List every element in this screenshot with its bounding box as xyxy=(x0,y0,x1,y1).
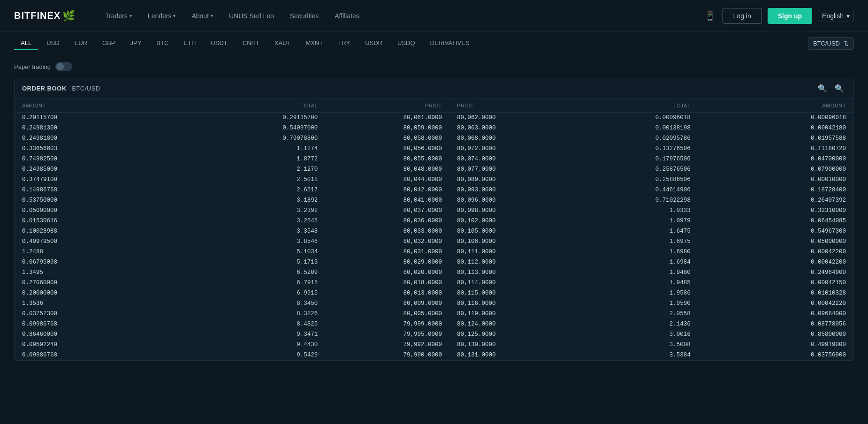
bid-amount-cell: 0.49979500 xyxy=(15,236,201,247)
ask-price-cell: 80,093.0000 xyxy=(449,185,574,195)
table-row[interactable]: 0.24981300 0.54097000 80,059.0000 80,063… xyxy=(15,123,853,133)
table-row[interactable]: 0.06795098 5.1713 80,029.0000 80,112.000… xyxy=(15,257,853,267)
tab-xaut[interactable]: XAUT xyxy=(268,37,297,50)
bid-total-cell: 9.5429 xyxy=(201,350,325,360)
ask-total-cell: 2.1436 xyxy=(574,319,698,329)
bid-amount-cell: 0.33656603 xyxy=(15,144,201,154)
table-row[interactable]: 0.24985000 2.1270 80,048.0000 80,077.000… xyxy=(15,164,853,174)
tab-eth[interactable]: ETH xyxy=(177,37,202,50)
pair-selector[interactable]: BTC/USD ⇅ xyxy=(808,37,854,50)
bid-total-cell: 3.2392 xyxy=(201,205,325,216)
table-row[interactable]: 0.27060000 6.7915 80,018.0000 80,114.000… xyxy=(15,278,853,288)
ask-amount-cell: 0.05000000 xyxy=(698,236,853,247)
pair-value: BTC/USD xyxy=(813,40,840,47)
bid-total-cell: 5.1713 xyxy=(201,257,325,267)
ask-total-cell: 0.00096018 xyxy=(574,113,698,123)
bid-amount-cell: 0.86460000 xyxy=(15,329,201,340)
table-row[interactable]: 0.14986768 2.6517 80,042.0000 80,093.000… xyxy=(15,185,853,195)
nav-affiliates[interactable]: Affiliates xyxy=(328,8,366,23)
ask-amount-cell: 0.07900000 xyxy=(698,164,853,174)
ask-total-cell: 2.0558 xyxy=(574,309,698,319)
bid-amount-cell: 0.24981300 xyxy=(15,123,201,133)
signup-button[interactable]: Sign up xyxy=(768,8,812,24)
tab-usdq[interactable]: USDQ xyxy=(391,37,422,50)
bid-price-cell: 80,020.0000 xyxy=(325,267,449,278)
zoom-out-icon[interactable]: 🔍 xyxy=(833,83,846,94)
bid-amount-cell: 0.05000000 xyxy=(15,205,201,216)
tab-all[interactable]: ALL xyxy=(14,37,38,50)
tab-gbp[interactable]: GBP xyxy=(96,37,122,50)
table-row[interactable]: 0.10028988 3.3548 80,033.0000 80,105.000… xyxy=(15,226,853,236)
bid-amount-cell: 0.09986768 xyxy=(15,350,201,360)
table-row[interactable]: 0.09986768 8.4825 79,999.0000 80,124.000… xyxy=(15,319,853,329)
bid-price-cell: 80,031.0000 xyxy=(325,247,449,257)
ask-amount-cell: 0.85800000 xyxy=(698,329,853,340)
table-row[interactable]: 0.29115700 0.29115700 80,061.0000 80,062… xyxy=(15,113,853,123)
bid-price-cell: 80,005.0000 xyxy=(325,309,449,319)
about-chevron-icon: ▾ xyxy=(211,13,213,18)
tab-cnht[interactable]: CNHT xyxy=(236,37,266,50)
language-selector[interactable]: English ▾ xyxy=(818,10,854,22)
bid-total-cell: 1.8772 xyxy=(201,154,325,164)
nav-lenders[interactable]: Lenders ▾ xyxy=(141,8,183,23)
bid-price-cell: 80,059.0000 xyxy=(325,123,449,133)
table-row[interactable]: 0.53750000 3.1892 80,041.0000 80,096.000… xyxy=(15,195,853,205)
ask-price-cell: 80,089.0000 xyxy=(449,174,574,185)
ask-amount-cell: 0.26407392 xyxy=(698,195,853,205)
table-row[interactable]: 0.09986768 9.5429 79,990.0000 80,131.000… xyxy=(15,350,853,360)
paper-trading-toggle[interactable] xyxy=(55,62,72,71)
table-row[interactable]: 0.03757300 8.3826 80,005.0000 80,119.000… xyxy=(15,309,853,319)
table-row[interactable]: 1.3536 8.3450 80,009.0000 80,116.0000 1.… xyxy=(15,298,853,309)
table-row[interactable]: 0.33656603 1.1274 80,056.0000 80,072.000… xyxy=(15,144,853,154)
ask-total-cell: 1.6980 xyxy=(574,247,698,257)
ask-total-cell: 1.6975 xyxy=(574,236,698,247)
tab-btc[interactable]: BTC xyxy=(150,37,175,50)
table-row[interactable]: 0.01530616 3.2545 80,036.0000 80,102.000… xyxy=(15,216,853,226)
tab-usd[interactable]: USD xyxy=(40,37,66,50)
bid-amount-cell: 0.24981800 xyxy=(15,133,201,144)
bid-total-cell: 6.7915 xyxy=(201,278,325,288)
tab-derivatives[interactable]: DERIVATIVES xyxy=(424,37,476,50)
traders-chevron-icon: ▾ xyxy=(129,13,132,18)
tab-mxnt[interactable]: MXNT xyxy=(299,37,330,50)
bid-total-cell: 2.6517 xyxy=(201,185,325,195)
ask-price-cell: 80,106.0000 xyxy=(449,236,574,247)
table-row[interactable]: 0.86460000 9.3471 79,995.0000 80,125.000… xyxy=(15,329,853,340)
tab-jpy[interactable]: JPY xyxy=(124,37,148,50)
tab-usdt[interactable]: USDT xyxy=(204,37,234,50)
nav-unus[interactable]: UNUS Sed Leo xyxy=(222,8,281,23)
notification-icon[interactable]: 📱 xyxy=(703,9,717,23)
table-row[interactable]: 1.2488 5.1034 80,031.0000 80,111.0000 1.… xyxy=(15,247,853,257)
tab-try[interactable]: TRY xyxy=(331,37,357,50)
logo-area[interactable]: BITFINEX 🌿 xyxy=(14,10,75,22)
bid-price-cell: 80,041.0000 xyxy=(325,195,449,205)
table-row[interactable]: 0.20000000 6.9915 80,013.0000 80,115.000… xyxy=(15,288,853,298)
bid-total-cell: 9.4430 xyxy=(201,340,325,350)
nav-securities[interactable]: Securities xyxy=(283,8,325,23)
login-button[interactable]: Log in xyxy=(723,8,762,24)
col-header-bid-amount: AMOUNT xyxy=(15,99,201,113)
bid-total-cell: 0.54097000 xyxy=(201,123,325,133)
tab-eur[interactable]: EUR xyxy=(68,37,94,50)
nav-traders[interactable]: Traders ▾ xyxy=(99,8,138,23)
table-row[interactable]: 0.49979500 3.8546 80,032.0000 80,106.000… xyxy=(15,236,853,247)
col-header-bid-price: PRICE xyxy=(325,99,449,113)
zoom-in-icon[interactable]: 🔍 xyxy=(816,83,829,94)
bid-price-cell: 79,999.0000 xyxy=(325,319,449,329)
table-row[interactable]: 0.37479100 2.5018 80,044.0000 80,089.000… xyxy=(15,174,853,185)
tab-usdr[interactable]: USDR xyxy=(358,37,389,50)
ask-total-cell: 3.5008 xyxy=(574,340,698,350)
table-row[interactable]: 0.09592240 9.4430 79,992.0000 80,130.000… xyxy=(15,340,853,350)
currency-tabs: ALL USD EUR GBP JPY BTC ETH USDT CNHT XA… xyxy=(0,32,868,55)
table-row[interactable]: 1.3495 6.5209 80,020.0000 80,113.0000 1.… xyxy=(15,267,853,278)
table-row[interactable]: 0.74982500 1.8772 80,055.0000 80,074.000… xyxy=(15,154,853,164)
table-row[interactable]: 0.24981800 0.79078800 80,058.0000 80,068… xyxy=(15,133,853,144)
table-row[interactable]: 0.05000000 3.2392 80,037.0000 80,098.000… xyxy=(15,205,853,216)
bid-amount-cell: 0.24985000 xyxy=(15,164,201,174)
ask-total-cell: 0.44614906 xyxy=(574,185,698,195)
ask-amount-cell: 0.03756900 xyxy=(698,350,853,360)
bid-price-cell: 80,058.0000 xyxy=(325,133,449,144)
nav-about[interactable]: About ▾ xyxy=(185,8,220,23)
ask-price-cell: 80,068.0000 xyxy=(449,133,574,144)
ask-total-cell: 1.0333 xyxy=(574,205,698,216)
